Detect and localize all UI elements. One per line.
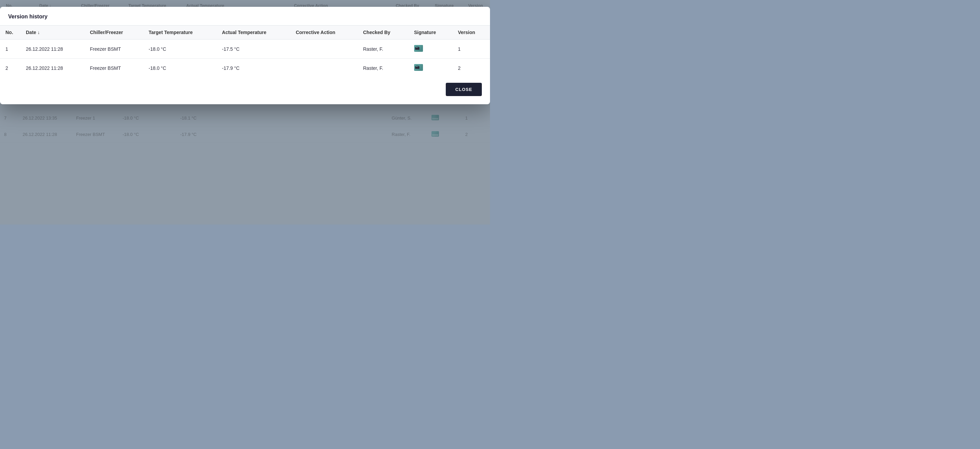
modal-table: No. Date ↓ Chiller/Freezer Target Temper…: [0, 25, 490, 77]
modal-table-row: 226.12.2022 11:28Freezer BSMT-18.0 °C-17…: [0, 59, 490, 78]
chiller-cell: Freezer BSMT: [84, 59, 143, 78]
chiller-cell: Freezer BSMT: [84, 40, 143, 59]
modal-col-date: Date ↓: [21, 26, 84, 40]
modal-col-no: No.: [0, 26, 21, 40]
modal-col-actual: Actual Temperature: [216, 26, 290, 40]
target-temp-cell: -18.0 °C: [143, 59, 216, 78]
no-cell: 1: [0, 40, 21, 59]
no-cell: 2: [0, 59, 21, 78]
modal-table-header-row: No. Date ↓ Chiller/Freezer Target Temper…: [0, 26, 490, 40]
modal-title: Version history: [0, 7, 490, 25]
checked-by-cell: Raster, F.: [358, 59, 409, 78]
corrective-action-cell: [290, 40, 358, 59]
close-button[interactable]: CLOSE: [446, 83, 482, 96]
modal-col-version: Version: [453, 26, 490, 40]
version-cell: 1: [453, 40, 490, 59]
actual-temp-cell: -17.9 °C: [216, 59, 290, 78]
modal-col-corrective: Corrective Action: [290, 26, 358, 40]
corrective-action-cell: [290, 59, 358, 78]
target-temp-cell: -18.0 °C: [143, 40, 216, 59]
modal-table-row: 126.12.2022 11:28Freezer BSMT-18.0 °C-17…: [0, 40, 490, 59]
actual-temp-cell: -17.5 °C: [216, 40, 290, 59]
modal-col-chiller: Chiller/Freezer: [84, 26, 143, 40]
modal-col-checked: Checked By: [358, 26, 409, 40]
modal-col-sig: Signature: [409, 26, 453, 40]
version-cell: 2: [453, 59, 490, 78]
signature-icon: [414, 45, 423, 52]
modal-footer: CLOSE: [0, 77, 490, 96]
version-history-modal: Version history No. Date ↓ Chiller/Freez…: [0, 7, 490, 104]
signature-icon: [414, 64, 423, 71]
checked-by-cell: Raster, F.: [358, 40, 409, 59]
modal-col-target: Target Temperature: [143, 26, 216, 40]
date-cell: 26.12.2022 11:28: [21, 40, 84, 59]
date-cell: 26.12.2022 11:28: [21, 59, 84, 78]
